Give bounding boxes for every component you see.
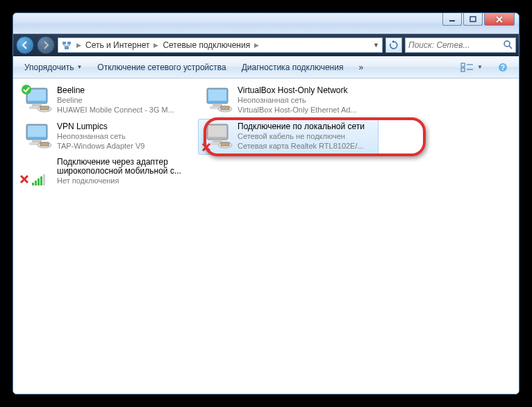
titlebar bbox=[13, 13, 519, 34]
breadcrumb[interactable]: Сеть и Интернет bbox=[85, 40, 149, 50]
chevron-icon: ▶ bbox=[254, 42, 259, 49]
connection-name: VPN Lumpics bbox=[57, 122, 193, 131]
view-button[interactable]: ▼ bbox=[455, 60, 488, 75]
chevron-icon: ▶ bbox=[153, 42, 158, 49]
connection-item[interactable]: BeelineBeelineHUAWEI Mobile Connect - 3G… bbox=[17, 83, 198, 119]
check-icon bbox=[21, 84, 32, 95]
help-button[interactable]: ? bbox=[492, 60, 513, 75]
error-x-icon bbox=[201, 142, 211, 152]
monitor-icon bbox=[22, 122, 53, 151]
search-box[interactable] bbox=[405, 38, 516, 53]
chevron-icon: ▶ bbox=[76, 42, 81, 49]
svg-rect-4 bbox=[63, 42, 66, 44]
svg-line-12 bbox=[509, 46, 512, 49]
svg-rect-5 bbox=[67, 42, 71, 44]
connection-status: Неопознанная сеть bbox=[57, 131, 193, 141]
svg-point-25 bbox=[22, 85, 31, 94]
connection-name: VirtualBox Host-Only Network bbox=[238, 85, 374, 95]
network-icon bbox=[61, 40, 72, 51]
connection-status: Нет подключения bbox=[57, 176, 193, 185]
connection-name: Beeline bbox=[57, 85, 193, 95]
connection-device: HUAWEI Mobile Connect - 3G M... bbox=[57, 105, 193, 115]
svg-rect-31 bbox=[221, 106, 229, 110]
forward-button[interactable] bbox=[37, 36, 55, 54]
connection-status: Beeline bbox=[57, 95, 193, 105]
search-input[interactable] bbox=[408, 40, 503, 50]
svg-rect-27 bbox=[208, 90, 226, 101]
connection-name: Подключение через адаптер широкополосной… bbox=[57, 158, 193, 176]
connection-status: Сетевой кабель не подключен bbox=[238, 131, 374, 141]
diagnose-button[interactable]: Диагностика подключения bbox=[236, 60, 349, 75]
signal-bars-icon bbox=[22, 158, 53, 187]
svg-rect-33 bbox=[28, 126, 46, 137]
navbar: ▶ Сеть и Интернет ▶ Сетевые подключения … bbox=[13, 34, 519, 56]
explorer-window: ▶ Сеть и Интернет ▶ Сетевые подключения … bbox=[13, 13, 519, 394]
connection-device: TAP-Windows Adapter V9 bbox=[57, 141, 193, 151]
svg-point-11 bbox=[504, 41, 510, 47]
connection-item[interactable]: Подключение по локальной сетиСетевой каб… bbox=[198, 119, 379, 155]
connection-item[interactable]: VPN LumpicsНеопознанная сетьTAP-Windows … bbox=[17, 119, 198, 155]
search-icon bbox=[503, 40, 513, 51]
monitor-icon bbox=[203, 122, 233, 151]
disable-device-button[interactable]: Отключение сетевого устройства bbox=[92, 60, 231, 75]
close-button[interactable] bbox=[484, 13, 515, 26]
monitor-icon bbox=[22, 85, 53, 115]
svg-rect-34 bbox=[32, 140, 42, 142]
maximize-button[interactable] bbox=[463, 13, 483, 26]
connection-item[interactable]: VirtualBox Host-Only NetworkНеопознанная… bbox=[198, 83, 379, 119]
svg-rect-6 bbox=[65, 47, 69, 49]
content-area: BeelineBeelineHUAWEI Mobile Connect - 3G… bbox=[13, 78, 519, 394]
minimize-button[interactable] bbox=[442, 13, 462, 26]
connection-device: VirtualBox Host-Only Ethernet Ad... bbox=[238, 105, 374, 115]
connection-name: Подключение по локальной сети bbox=[238, 122, 374, 131]
monitor-icon bbox=[203, 85, 233, 115]
signal-icon bbox=[32, 176, 45, 185]
svg-rect-37 bbox=[40, 142, 49, 146]
more-button[interactable]: » bbox=[353, 60, 369, 75]
address-bar[interactable]: ▶ Сеть и Интернет ▶ Сетевые подключения … bbox=[58, 38, 383, 53]
svg-rect-39 bbox=[208, 126, 226, 137]
svg-rect-28 bbox=[213, 103, 222, 106]
dropdown-icon[interactable]: ▼ bbox=[373, 42, 379, 49]
organize-button[interactable]: Упорядочить ▼ bbox=[19, 60, 88, 75]
svg-rect-1 bbox=[470, 17, 476, 22]
back-button[interactable] bbox=[16, 36, 34, 54]
connection-status: Неопознанная сеть bbox=[238, 95, 374, 105]
svg-rect-14 bbox=[461, 68, 465, 72]
breadcrumb[interactable]: Сетевые подключения bbox=[163, 40, 250, 50]
toolbar: Упорядочить ▼ Отключение сетевого устрой… bbox=[13, 56, 519, 78]
svg-rect-13 bbox=[461, 63, 465, 67]
refresh-button[interactable] bbox=[385, 38, 402, 53]
svg-text:?: ? bbox=[501, 64, 505, 72]
error-x-icon bbox=[19, 174, 29, 184]
connection-item[interactable]: Подключение через адаптер широкополосной… bbox=[17, 155, 198, 191]
connection-device: Сетевая карта Realtek RTL8102E/... bbox=[238, 141, 374, 151]
